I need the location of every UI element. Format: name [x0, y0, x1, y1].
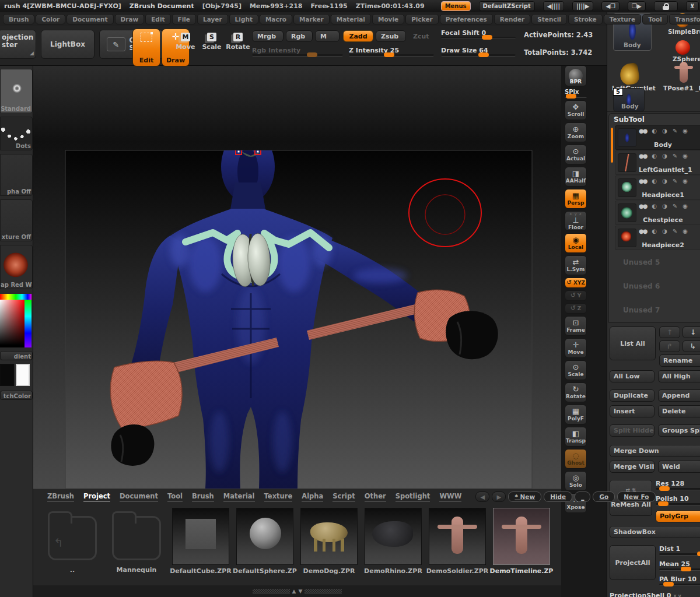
menu-item[interactable]: Render [494, 14, 531, 24]
eye-icon[interactable]: ◉ [682, 228, 688, 234]
drag-handle-right[interactable] [304, 589, 342, 594]
mean-slider[interactable]: Mean 25 [659, 560, 700, 572]
view-button[interactable]: ↺ Z [565, 303, 587, 314]
view-button[interactable]: ⊙ Actual [565, 145, 587, 164]
all-high-button[interactable]: All High [658, 370, 700, 382]
lightbox-item[interactable]: DemoSoldier.ZPR [425, 508, 489, 575]
menu-item[interactable]: Stroke [568, 14, 603, 24]
lightbox-tab[interactable]: Alpha [302, 492, 323, 501]
lightbox-tab[interactable]: WWW [439, 492, 461, 501]
pa-blur-slider[interactable]: PA Blur 10 [659, 575, 700, 587]
polypaint-icon[interactable]: ●● [639, 203, 646, 209]
lightbox-tab[interactable]: Spotlight [396, 492, 430, 501]
lightbox-item[interactable]: Mannequin [104, 508, 169, 575]
weld-button[interactable]: Weld [658, 461, 700, 473]
mrgb-button[interactable]: Mrgb [252, 30, 284, 42]
doc-prev-button[interactable]: ◀❐ [601, 1, 620, 11]
lightbox-item[interactable]: DefaultSphere.ZP [233, 508, 297, 575]
lightbox-tab[interactable]: Project [83, 492, 110, 501]
secondary-color-swatch[interactable] [16, 364, 30, 386]
view-button[interactable]: ↺ Y [565, 290, 587, 301]
stroke-type-button[interactable]: Dots [0, 117, 33, 150]
current-brush-button[interactable]: Standard [0, 69, 33, 113]
dist-slider[interactable]: Dist 1 [659, 545, 700, 557]
eye-icon[interactable]: ◉ [682, 178, 688, 184]
lightbox-next-button[interactable]: ▶ [492, 491, 506, 502]
default-zscript-button[interactable]: DefaultZScript [479, 1, 535, 11]
outline-icon[interactable]: ◑ [662, 203, 667, 209]
focal-shift-slider[interactable]: Focal Shift 0 [441, 29, 516, 43]
append-button[interactable]: Append [658, 389, 700, 402]
scroll-down-icon[interactable]: ▼ [299, 589, 303, 594]
insert-button[interactable]: Insert [610, 405, 654, 417]
new-project-button[interactable]: * New [508, 491, 541, 502]
polish-slider[interactable]: Polish 10 [656, 495, 700, 507]
polypaint-icon[interactable]: ●● [639, 153, 646, 159]
brush-icon[interactable]: ✎ [673, 228, 677, 234]
lightbox-tab[interactable]: Tool [167, 492, 183, 501]
lightbox-tab[interactable]: Script [332, 492, 355, 501]
menu-item[interactable]: Layer [197, 14, 228, 24]
bpr-render-button[interactable]: BPR [565, 65, 587, 86]
draw-size-slider[interactable]: Draw Size 64 [441, 47, 516, 61]
polypaint-icon[interactable]: ●● [639, 228, 646, 234]
menu-item[interactable]: Preferences [440, 14, 493, 24]
scrub-right-button[interactable]: ||||▶ [572, 1, 593, 11]
brush-icon[interactable]: ✎ [673, 153, 677, 159]
subtool-row[interactable]: ●● ◐ ◑ ✎ ◉ Chestpiece [615, 201, 700, 225]
zadd-button[interactable]: Zadd [343, 30, 373, 42]
tool-thumb-tpose[interactable] [680, 62, 688, 83]
rename-button[interactable]: Rename [659, 354, 700, 367]
menu-item[interactable]: Picker [405, 14, 439, 24]
lightbox-item[interactable]: ↰ .. [40, 508, 104, 575]
subtool-row[interactable]: ●● ◐ ◑ ✎ ◉ Headpiece2 [615, 226, 700, 250]
polypaint-icon[interactable]: ●● [639, 128, 646, 134]
menu-item[interactable]: Transform [669, 14, 700, 24]
brush-icon[interactable]: ✎ [673, 178, 677, 184]
menu-item[interactable]: Color [36, 14, 65, 24]
split-hidden-button[interactable]: Split Hidden [610, 424, 654, 437]
lightbox-tab[interactable]: Brush [192, 492, 214, 501]
view-button[interactable]: ⊙ Scale [565, 360, 587, 380]
view-button[interactable]: ↺ XYZ [565, 278, 587, 288]
material-selector-button[interactable]: ap Red Wa [0, 245, 33, 289]
zsub-button[interactable]: Zsub [376, 30, 406, 42]
subtool-unused-slot[interactable]: Unused 6 [615, 275, 700, 298]
polygrp-button[interactable]: PolyGrp [656, 510, 700, 522]
view-button[interactable]: x y z ⊥ Floor [565, 211, 587, 231]
doc-next-button[interactable]: ❐▶ [628, 1, 646, 11]
tool-thumb-zsphere[interactable] [676, 40, 690, 55]
halfvis-icon[interactable]: ◐ [652, 128, 657, 134]
subtool-row[interactable]: ●● ◐ ◑ ✎ ◉ LeftGauntlet_1 [615, 150, 700, 175]
rotate-mode-button[interactable]: R Rotate [226, 33, 250, 51]
outline-icon[interactable]: ◑ [662, 153, 667, 159]
hue-strip[interactable] [24, 300, 32, 347]
view-button[interactable]: ▦ Persp [565, 189, 587, 209]
halfvis-icon[interactable]: ◐ [652, 203, 657, 209]
blank-button[interactable]: _ [575, 491, 590, 502]
eye-icon[interactable]: ◉ [682, 153, 688, 159]
alpha-selector-button[interactable]: pha Off [0, 154, 33, 196]
lightbox-item[interactable]: DemoRhino.ZPR [361, 508, 425, 575]
halfvis-icon[interactable]: ◐ [652, 228, 657, 234]
lightbox-tab[interactable]: Material [223, 492, 255, 501]
color-picker[interactable] [0, 294, 32, 347]
menu-item[interactable]: Edit [145, 14, 170, 24]
menu-item[interactable]: Macro [260, 14, 292, 24]
view-button[interactable]: ⊡ Frame [565, 316, 587, 336]
menu-item[interactable]: Tool [642, 14, 668, 24]
halfvis-icon[interactable]: ◐ [652, 178, 657, 184]
menu-item[interactable]: Marker [293, 14, 330, 24]
main-color-swatch[interactable] [0, 364, 14, 386]
subtool-up-button[interactable]: ↑ [659, 326, 680, 338]
tool-thumb-leftgauntlet[interactable] [619, 62, 640, 86]
projection-master-button[interactable]: ojection ster ◢ [0, 30, 36, 59]
lightbox-item[interactable]: DemoDog.ZPR [297, 508, 361, 575]
lock-button[interactable] [654, 1, 678, 11]
subtool-row[interactable]: ●● ◐ ◑ ✎ ◉ Body [615, 125, 700, 150]
view-button[interactable]: ✥ Scroll [565, 100, 587, 120]
projection-shell-slider[interactable]: ProjectionShell 0x y [610, 592, 700, 597]
edit-mode-button[interactable]: Edit [132, 29, 160, 66]
eye-icon[interactable]: ◉ [682, 128, 688, 134]
duplicate-button[interactable]: Duplicate [610, 389, 654, 402]
